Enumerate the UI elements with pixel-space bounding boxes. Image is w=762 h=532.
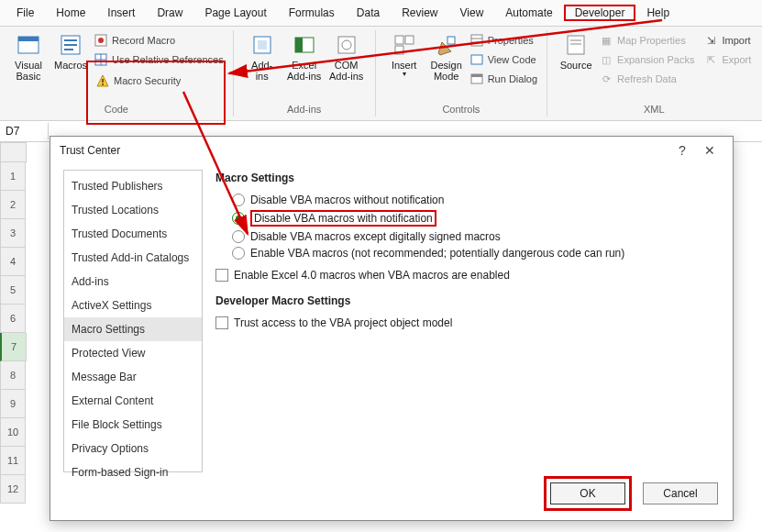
radio-label: Enable VBA macros (not recommended; pote…	[250, 247, 624, 260]
map-properties-label: Map Properties	[617, 35, 686, 46]
category-trusted-documents[interactable]: Trusted Documents	[64, 222, 202, 246]
macros-button[interactable]: Macros	[50, 30, 92, 71]
menu-home[interactable]: Home	[45, 5, 96, 21]
row-header[interactable]: 2	[0, 191, 26, 219]
row-header[interactable]: 6	[0, 305, 26, 333]
export-button: ⇱Export	[701, 51, 753, 68]
group-label-controls: Controls	[442, 104, 480, 116]
import-button[interactable]: ⇲Import	[701, 32, 753, 49]
menu-formulas[interactable]: Formulas	[278, 5, 346, 21]
menu-review[interactable]: Review	[391, 5, 448, 21]
row-header[interactable]: 11	[0, 447, 26, 475]
category-activex-settings[interactable]: ActiveX Settings	[64, 294, 202, 317]
group-label-code: Code	[105, 104, 128, 116]
vb-icon	[16, 32, 41, 58]
category-macro-settings[interactable]: Macro Settings	[64, 317, 202, 341]
trust-vba-label: Trust access to the VBA project object m…	[234, 316, 452, 329]
record-macro-button[interactable]: Record Macro	[92, 32, 226, 49]
category-trusted-locations[interactable]: Trusted Locations	[64, 198, 202, 222]
menu-insert[interactable]: Insert	[96, 5, 146, 21]
macro-security-button[interactable]: Macro Security	[92, 71, 226, 91]
row-header[interactable]: 3	[0, 219, 26, 248]
row-header[interactable]: 12	[0, 475, 26, 504]
macro-radio-0[interactable]: Disable VBA macros without notification	[232, 194, 720, 206]
svg-rect-3	[64, 39, 77, 41]
run-dialog-label: Run Dialog	[488, 73, 537, 84]
svg-rect-31	[568, 36, 584, 54]
menu-data[interactable]: Data	[346, 5, 391, 21]
macro-radio-3[interactable]: Enable VBA macros (not recommended; pote…	[232, 247, 720, 260]
design-mode-button[interactable]: Design Mode	[425, 30, 468, 82]
macro-radio-2[interactable]: Disable VBA macros except digitally sign…	[232, 230, 720, 243]
group-label-addins: Add-ins	[287, 104, 321, 116]
menu-view[interactable]: View	[449, 5, 495, 21]
com-addins-icon	[334, 32, 359, 58]
source-button[interactable]: Source	[555, 30, 597, 71]
trust-center-dialog: Trust Center ? ✕ Trusted PublishersTrust…	[50, 136, 734, 521]
relative-refs-label: Use Relative References	[112, 54, 224, 65]
dialog-icon	[469, 72, 484, 86]
import-label: Import	[722, 35, 750, 46]
warning-icon	[95, 73, 110, 88]
category-add-ins[interactable]: Add-ins	[64, 270, 202, 294]
dialog-title: Trust Center	[60, 144, 120, 157]
row-header[interactable]: 5	[0, 276, 26, 305]
close-button[interactable]: ✕	[696, 143, 723, 158]
run-dialog-button[interactable]: Run Dialog	[468, 71, 539, 87]
row-header[interactable]: 9	[0, 390, 26, 418]
svg-rect-24	[447, 37, 455, 44]
menu-automate[interactable]: Automate	[494, 5, 563, 21]
macro-security-label: Macro Security	[114, 75, 181, 86]
name-box[interactable]: D7	[0, 123, 49, 139]
category-trusted-add-in-catalogs[interactable]: Trusted Add-in Catalogs	[64, 246, 202, 270]
addins-label: Add- ins	[251, 60, 272, 82]
select-all-corner[interactable]	[0, 142, 27, 162]
menu-file[interactable]: File	[6, 5, 45, 21]
enable-excel4-checkbox[interactable]: Enable Excel 4.0 macros when VBA macros …	[215, 269, 720, 282]
category-external-content[interactable]: External Content	[64, 389, 202, 413]
refresh-data-button: ⟳Refresh Data	[597, 71, 696, 87]
row-header[interactable]: 10	[0, 418, 26, 447]
checkbox-icon	[215, 269, 228, 282]
view-code-label: View Code	[488, 54, 536, 65]
trust-vba-checkbox[interactable]: Trust access to the VBA project object m…	[215, 316, 720, 329]
excel-addins-button[interactable]: Excel Add-ins	[283, 30, 326, 82]
row-header[interactable]: 8	[0, 361, 26, 390]
menu-developer[interactable]: Developer	[564, 5, 636, 21]
row-header[interactable]: 7	[0, 333, 27, 361]
category-privacy-options[interactable]: Privacy Options	[64, 437, 202, 460]
map-properties-button: ▦Map Properties	[597, 32, 696, 49]
menu-help[interactable]: Help	[635, 5, 680, 21]
svg-rect-30	[471, 74, 482, 77]
view-code-button[interactable]: View Code	[468, 51, 539, 68]
source-label: Source	[560, 60, 592, 71]
help-button[interactable]: ?	[668, 143, 696, 158]
com-addins-label: COM Add-ins	[329, 60, 363, 82]
row-header[interactable]: 4	[0, 248, 26, 276]
relative-refs-button[interactable]: Use Relative References	[92, 51, 226, 68]
properties-icon	[469, 33, 484, 48]
ok-button[interactable]: OK	[550, 482, 625, 504]
category-trusted-publishers[interactable]: Trusted Publishers	[64, 174, 202, 198]
cancel-button[interactable]: Cancel	[643, 482, 718, 504]
svg-rect-4	[64, 44, 77, 46]
svg-rect-21	[405, 36, 414, 44]
menu-page-layout[interactable]: Page Layout	[193, 5, 277, 21]
excel-addins-icon	[292, 32, 317, 58]
menu-draw[interactable]: Draw	[146, 5, 193, 21]
category-protected-view[interactable]: Protected View	[64, 341, 202, 365]
row-header[interactable]: 1	[0, 162, 26, 191]
macro-radio-1[interactable]: Disable VBA macros with notification	[232, 210, 720, 227]
radio-label: Disable VBA macros except digitally sign…	[250, 230, 501, 243]
com-addins-button[interactable]: COM Add-ins	[326, 30, 368, 82]
macros-icon	[58, 32, 83, 58]
insert-control-button[interactable]: Insert▾	[383, 30, 425, 79]
dialog-titlebar: Trust Center ? ✕	[50, 137, 733, 164]
category-message-bar[interactable]: Message Bar	[64, 365, 202, 389]
addins-button[interactable]: Add- ins	[241, 30, 283, 82]
visual-basic-button[interactable]: Visual Basic	[7, 30, 50, 82]
properties-button[interactable]: Properties	[468, 32, 539, 49]
dialog-footer: OK Cancel	[544, 476, 718, 511]
category-file-block-settings[interactable]: File Block Settings	[64, 413, 202, 437]
category-form-based-sign-in[interactable]: Form-based Sign-in	[64, 460, 202, 484]
